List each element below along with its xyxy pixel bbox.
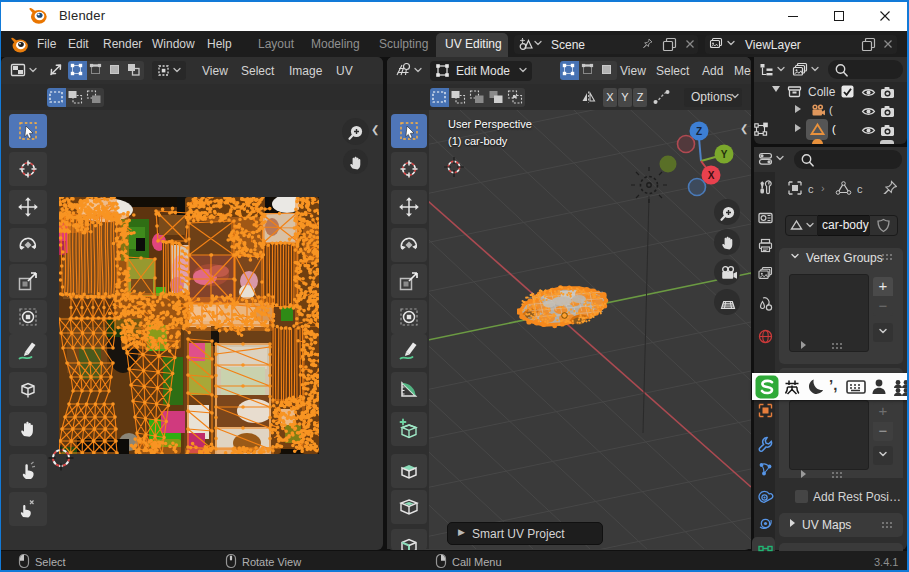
svg-text:Y: Y	[721, 149, 728, 160]
svg-text:Z: Z	[696, 126, 702, 137]
svg-text:X: X	[708, 170, 715, 181]
